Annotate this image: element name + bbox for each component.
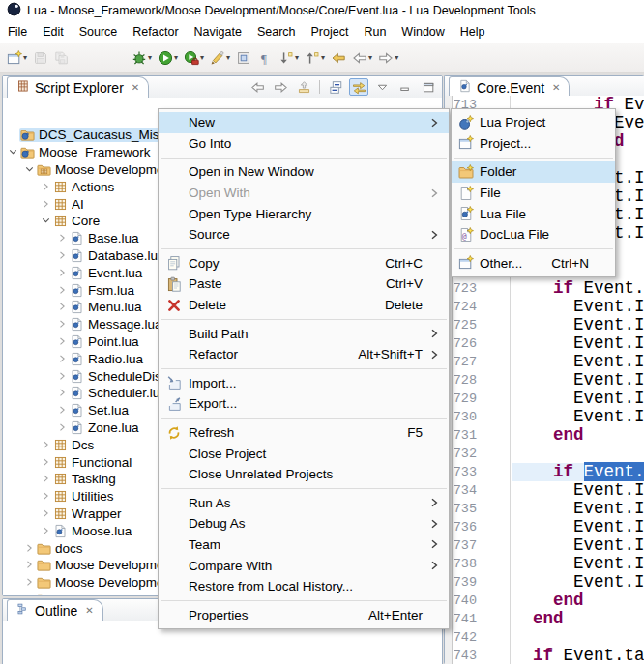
- expander-closed-icon[interactable]: [40, 181, 52, 193]
- run-dropdown-icon[interactable]: ▾: [174, 53, 178, 62]
- close-icon[interactable]: ✕: [85, 605, 93, 616]
- tab-outline[interactable]: Outline ✕: [7, 599, 103, 621]
- minimize-button[interactable]: [395, 78, 415, 96]
- context-menu-run-as[interactable]: Run As: [159, 493, 449, 514]
- expander-closed-icon[interactable]: [23, 593, 36, 595]
- debug-dropdown-icon[interactable]: ▾: [148, 53, 152, 62]
- titlebar[interactable]: Lua - Moose_Framework/Moose Development/…: [0, 0, 644, 21]
- back-dropdown-icon[interactable]: ▾: [368, 53, 372, 62]
- menubar-project[interactable]: Project: [304, 22, 357, 42]
- brush-dropdown-icon[interactable]: ▾: [226, 53, 230, 62]
- context-menu-open-in-new-window[interactable]: Open in New Window: [159, 161, 449, 183]
- new-submenu-other[interactable]: Other...Ctrl+N: [452, 253, 615, 274]
- context-menu-new[interactable]: New: [159, 112, 449, 133]
- previous-annotation-button[interactable]: ▾: [303, 45, 327, 71]
- expander-closed-icon[interactable]: [40, 198, 52, 211]
- context-menu-refactor[interactable]: RefactorAlt+Shift+T: [159, 344, 449, 365]
- context-menu-restore-from-local-history[interactable]: Restore from Local History...: [159, 576, 449, 597]
- expander-closed-icon[interactable]: [40, 507, 52, 520]
- previous-annotation-dropdown-icon[interactable]: ▾: [321, 53, 325, 62]
- expander-closed-icon[interactable]: [56, 404, 69, 417]
- expander-closed-icon[interactable]: [23, 559, 36, 571]
- expander-open-icon[interactable]: [23, 163, 36, 176]
- collapse-all-button[interactable]: [326, 78, 345, 96]
- forward-button[interactable]: ▾: [376, 45, 400, 71]
- menubar-edit[interactable]: Edit: [35, 22, 72, 42]
- context-menu-properties[interactable]: PropertiesAlt+Enter: [159, 604, 449, 625]
- menubar-source[interactable]: Source: [72, 22, 126, 42]
- run-external-dropdown-icon[interactable]: ▾: [200, 53, 204, 62]
- last-edit-location-button[interactable]: [329, 45, 348, 71]
- expander-closed-icon[interactable]: [56, 353, 69, 365]
- context-menu-open-type-hierarchy[interactable]: Open Type Hierarchy: [159, 203, 449, 224]
- expander-closed-icon[interactable]: [56, 284, 69, 297]
- new-submenu-doclua-file[interactable]: @DocLua File: [452, 224, 615, 245]
- expander-closed-icon[interactable]: [40, 473, 52, 485]
- context-menu-close-unrelated-projects[interactable]: Close Unrelated Projects: [159, 464, 449, 485]
- context-menu-paste[interactable]: PasteCtrl+V: [159, 274, 449, 295]
- context-menu-export[interactable]: Export...: [159, 393, 449, 415]
- expander-closed-icon[interactable]: [56, 387, 69, 399]
- expander-closed-icon[interactable]: [56, 318, 69, 331]
- new-submenu-folder[interactable]: Folder: [452, 161, 615, 183]
- context-menu-source[interactable]: Source: [159, 224, 449, 245]
- new-wizard-dropdown-icon[interactable]: ▾: [23, 53, 27, 62]
- expander-closed-icon[interactable]: [56, 249, 69, 262]
- context-menu-refresh[interactable]: RefreshF5: [159, 422, 449, 444]
- link-with-editor-button[interactable]: [349, 78, 368, 96]
- context-menu-copy[interactable]: CopyCtrl+C: [159, 253, 449, 274]
- back-button[interactable]: [248, 78, 267, 96]
- expander-closed-icon[interactable]: [40, 525, 52, 537]
- expander-closed-icon[interactable]: [56, 267, 69, 279]
- menubar-run[interactable]: Run: [356, 22, 394, 42]
- expander-open-icon[interactable]: [7, 146, 19, 159]
- new-submenu-file[interactable]: File: [452, 183, 615, 204]
- debug-button[interactable]: ▾: [130, 45, 154, 71]
- expander-closed-icon[interactable]: [56, 232, 69, 245]
- new-submenu-lua-project[interactable]: Lua Project: [452, 112, 615, 133]
- menubar-file[interactable]: File: [0, 22, 35, 42]
- forward-dropdown-icon[interactable]: ▾: [395, 53, 398, 62]
- expander-closed-icon[interactable]: [56, 301, 69, 313]
- context-menu-team[interactable]: Team: [159, 534, 449, 556]
- close-icon[interactable]: ✕: [132, 82, 139, 93]
- menubar-navigate[interactable]: Navigate: [187, 22, 249, 42]
- new-submenu-lua-file[interactable]: Lua File: [452, 203, 615, 224]
- expander-closed-icon[interactable]: [56, 421, 69, 434]
- up-button[interactable]: [294, 78, 313, 96]
- expander-closed-icon[interactable]: [56, 335, 69, 348]
- expander-closed-icon[interactable]: [23, 576, 36, 589]
- context-menu-build-path[interactable]: Build Path: [159, 323, 449, 344]
- context-menu-import[interactable]: Import...: [159, 373, 449, 394]
- menubar-help[interactable]: Help: [453, 22, 493, 42]
- expander-open-icon[interactable]: [40, 215, 52, 227]
- open-element-button[interactable]: [234, 45, 253, 71]
- run-button[interactable]: ▾: [156, 45, 180, 71]
- context-menu-close-project[interactable]: Close Project: [159, 443, 449, 464]
- view-menu-button[interactable]: [372, 78, 392, 96]
- menubar-refactor[interactable]: Refactor: [125, 22, 186, 42]
- back-button[interactable]: ▾: [350, 45, 374, 71]
- menubar-window[interactable]: Window: [394, 22, 452, 42]
- expander-closed-icon[interactable]: [23, 542, 36, 555]
- run-external-button[interactable]: ▾: [182, 45, 206, 71]
- context-menu-debug-as[interactable]: Debug As: [159, 513, 449, 534]
- context-menu-delete[interactable]: DeleteDelete: [159, 295, 449, 316]
- next-annotation-dropdown-icon[interactable]: ▾: [295, 53, 299, 62]
- expander-closed-icon[interactable]: [40, 490, 52, 503]
- next-annotation-button[interactable]: ▾: [277, 45, 301, 71]
- forward-button[interactable]: [271, 78, 290, 96]
- expander-closed-icon[interactable]: [56, 370, 69, 383]
- close-icon[interactable]: ✕: [552, 82, 560, 93]
- menubar-search[interactable]: Search: [249, 22, 304, 42]
- brush-button[interactable]: ▾: [208, 45, 232, 71]
- new-submenu-project[interactable]: Project...: [452, 133, 615, 155]
- new-wizard-button[interactable]: ▾: [5, 45, 29, 71]
- expander-closed-icon[interactable]: [40, 456, 52, 469]
- maximize-button[interactable]: [419, 78, 438, 96]
- tab-core-event[interactable]: Core.Event ✕: [449, 76, 570, 98]
- context-menu-go-into[interactable]: Go Into: [159, 133, 449, 155]
- show-whitespace-button[interactable]: ¶: [255, 45, 275, 71]
- expander-closed-icon[interactable]: [40, 439, 52, 451]
- context-menu-compare-with[interactable]: Compare With: [159, 555, 449, 576]
